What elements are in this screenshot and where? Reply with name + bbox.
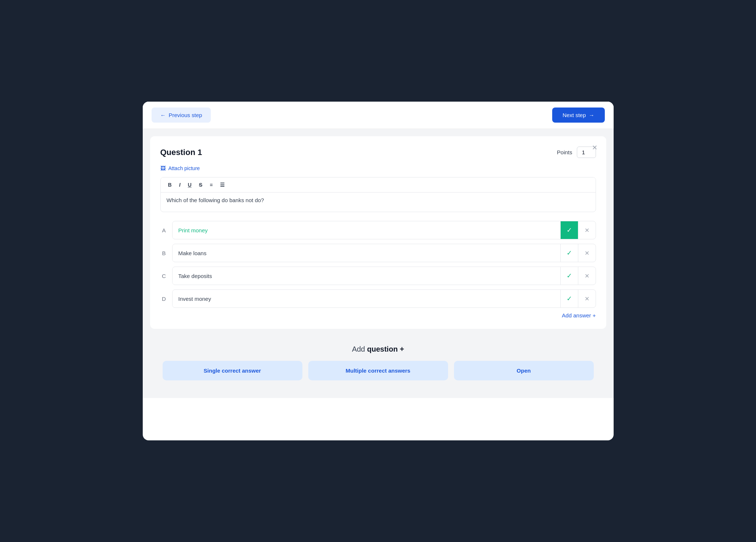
next-step-button[interactable]: Next step → bbox=[552, 108, 604, 123]
answer-input-wrapper-c: ✓ ✕ bbox=[172, 267, 596, 285]
delete-button-a[interactable]: ✕ bbox=[578, 221, 596, 239]
answer-letter-b: B bbox=[160, 250, 168, 256]
attach-picture-label: Attach picture bbox=[168, 165, 200, 171]
add-answer-button[interactable]: Add answer + bbox=[562, 312, 596, 318]
strikethrough-button[interactable]: S bbox=[196, 180, 205, 189]
add-question-title: Add question + bbox=[160, 345, 596, 353]
editor-toolbar: B I U S ≡ ☰ bbox=[161, 177, 596, 193]
underline-button[interactable]: U bbox=[185, 180, 195, 189]
check-button-c[interactable]: ✓ bbox=[560, 267, 578, 285]
answer-input-a[interactable] bbox=[173, 222, 560, 239]
question-title: Question 1 bbox=[160, 148, 202, 157]
add-question-strong: question + bbox=[367, 345, 404, 353]
add-question-section: Add question + Single correct answer Mul… bbox=[150, 335, 606, 391]
unordered-list-button[interactable]: ☰ bbox=[217, 180, 228, 189]
answer-row-a: A ✓ ✕ bbox=[160, 221, 596, 239]
ordered-list-button[interactable]: ≡ bbox=[207, 180, 216, 189]
answer-input-wrapper-d: ✓ ✕ bbox=[172, 289, 596, 308]
answer-row-d: D ✓ ✕ bbox=[160, 289, 596, 308]
add-question-prefix: Add bbox=[352, 345, 367, 353]
check-button-d[interactable]: ✓ bbox=[560, 290, 578, 307]
answer-input-wrapper-b: ✓ ✕ bbox=[172, 244, 596, 262]
delete-button-b[interactable]: ✕ bbox=[578, 244, 596, 262]
answer-input-b[interactable] bbox=[173, 245, 560, 261]
next-step-label: Next step bbox=[562, 112, 586, 118]
delete-button-c[interactable]: ✕ bbox=[578, 267, 596, 285]
points-label: Points bbox=[557, 149, 572, 155]
arrow-right-icon: → bbox=[589, 112, 594, 118]
close-button[interactable]: ✕ bbox=[589, 142, 600, 153]
open-question-label: Open bbox=[517, 367, 530, 374]
answer-row-b: B ✓ ✕ bbox=[160, 244, 596, 262]
italic-button[interactable]: I bbox=[176, 180, 184, 189]
delete-button-d[interactable]: ✕ bbox=[578, 290, 596, 307]
header: ← Previous step Next step → bbox=[143, 102, 614, 129]
multiple-correct-answers-button[interactable]: Multiple correct answers bbox=[308, 361, 448, 380]
text-editor: B I U S ≡ ☰ Which of the following do ba… bbox=[160, 177, 596, 212]
answer-letter-a: A bbox=[160, 227, 168, 233]
answer-row-c: C ✓ ✕ bbox=[160, 267, 596, 285]
question-text-content[interactable]: Which of the following do banks not do? bbox=[161, 193, 596, 212]
prev-step-button[interactable]: ← Previous step bbox=[152, 108, 211, 123]
main-container: ← Previous step Next step → ✕ Question 1… bbox=[143, 102, 614, 440]
check-button-a[interactable]: ✓ bbox=[560, 221, 578, 239]
check-button-b[interactable]: ✓ bbox=[560, 244, 578, 262]
answer-input-wrapper-a: ✓ ✕ bbox=[172, 221, 596, 239]
answer-input-c[interactable] bbox=[173, 268, 560, 284]
attach-picture-button[interactable]: 🖼 Attach picture bbox=[160, 165, 596, 171]
answer-letter-d: D bbox=[160, 296, 168, 302]
single-correct-answer-label: Single correct answer bbox=[204, 367, 261, 374]
question-type-buttons: Single correct answer Multiple correct a… bbox=[160, 361, 596, 380]
add-answer-row: Add answer + bbox=[160, 312, 596, 318]
answer-letter-c: C bbox=[160, 273, 168, 279]
bold-button[interactable]: B bbox=[165, 180, 175, 189]
arrow-left-icon: ← bbox=[160, 112, 166, 118]
image-icon: 🖼 bbox=[160, 165, 166, 171]
content-area: ✕ Question 1 Points 🖼 Attach picture B I bbox=[143, 129, 614, 398]
answer-input-d[interactable] bbox=[173, 291, 560, 307]
question-card: ✕ Question 1 Points 🖼 Attach picture B I bbox=[150, 136, 606, 329]
multiple-correct-answers-label: Multiple correct answers bbox=[346, 367, 411, 374]
prev-step-label: Previous step bbox=[169, 112, 202, 118]
open-question-button[interactable]: Open bbox=[454, 361, 594, 380]
single-correct-answer-button[interactable]: Single correct answer bbox=[163, 361, 302, 380]
question-header: Question 1 Points bbox=[160, 147, 596, 158]
